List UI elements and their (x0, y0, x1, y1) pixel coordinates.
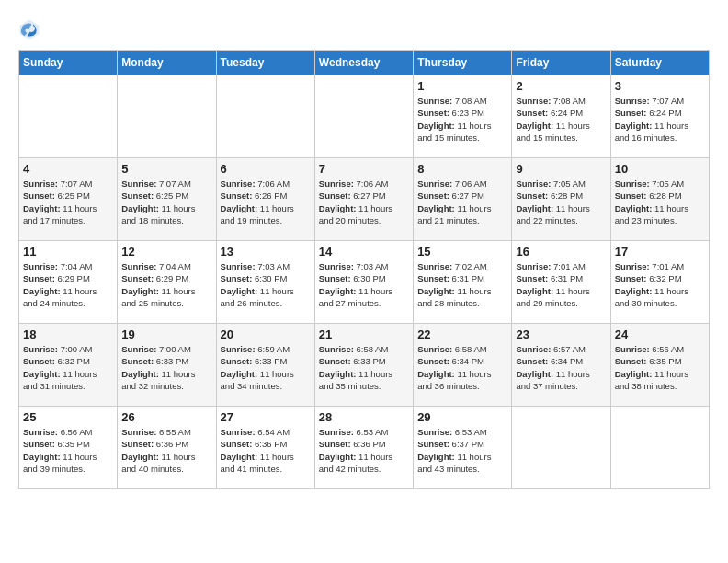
day-number: 6 (221, 162, 311, 176)
generalblue-logo-icon (18, 18, 40, 40)
calendar-cell: 25Sunrise: 6:56 AMSunset: 6:35 PMDayligh… (19, 407, 118, 489)
calendar-header: SundayMondayTuesdayWednesdayThursdayFrid… (19, 51, 710, 75)
day-number: 29 (417, 410, 507, 424)
day-number: 13 (221, 245, 311, 259)
calendar-cell: 21Sunrise: 6:58 AMSunset: 6:33 PMDayligh… (314, 324, 413, 407)
calendar-cell: 8Sunrise: 7:06 AMSunset: 6:27 PMDaylight… (414, 158, 512, 241)
day-number: 12 (121, 245, 211, 259)
calendar-cell: 24Sunrise: 6:56 AMSunset: 6:35 PMDayligh… (610, 324, 709, 407)
header-row: SundayMondayTuesdayWednesdayThursdayFrid… (19, 51, 710, 75)
day-info: Sunrise: 7:03 AMSunset: 6:30 PMDaylight:… (319, 260, 409, 309)
calendar-cell: 10Sunrise: 7:05 AMSunset: 6:28 PMDayligh… (610, 158, 709, 241)
day-info: Sunrise: 7:06 AMSunset: 6:27 PMDaylight:… (319, 178, 409, 226)
header-cell-thursday: Thursday (414, 51, 512, 75)
header-cell-saturday: Saturday (610, 51, 709, 75)
calendar-cell: 14Sunrise: 7:03 AMSunset: 6:30 PMDayligh… (314, 241, 413, 324)
calendar-cell: 6Sunrise: 7:06 AMSunset: 6:26 PMDaylight… (216, 158, 314, 241)
day-number: 14 (319, 245, 409, 259)
day-number: 27 (221, 410, 311, 424)
day-number: 22 (417, 327, 507, 341)
day-info: Sunrise: 7:05 AMSunset: 6:28 PMDaylight:… (516, 178, 606, 226)
calendar-week-row: 25Sunrise: 6:56 AMSunset: 6:35 PMDayligh… (19, 407, 710, 489)
calendar-cell: 27Sunrise: 6:54 AMSunset: 6:36 PMDayligh… (216, 407, 314, 489)
day-info: Sunrise: 6:56 AMSunset: 6:35 PMDaylight:… (615, 343, 705, 392)
header-cell-friday: Friday (512, 51, 610, 75)
day-info: Sunrise: 6:55 AMSunset: 6:36 PMDaylight:… (121, 426, 211, 475)
calendar-cell (610, 407, 709, 489)
day-info: Sunrise: 6:53 AMSunset: 6:37 PMDaylight:… (417, 426, 507, 475)
day-number: 28 (319, 410, 409, 424)
calendar-week-row: 18Sunrise: 7:00 AMSunset: 6:32 PMDayligh… (19, 324, 710, 407)
page-header (18, 18, 710, 40)
day-info: Sunrise: 7:05 AMSunset: 6:28 PMDaylight:… (615, 178, 705, 226)
calendar-week-row: 1Sunrise: 7:08 AMSunset: 6:23 PMDaylight… (19, 75, 710, 158)
calendar-cell: 4Sunrise: 7:07 AMSunset: 6:25 PMDaylight… (19, 158, 118, 241)
calendar-cell: 23Sunrise: 6:57 AMSunset: 6:34 PMDayligh… (512, 324, 610, 407)
day-info: Sunrise: 7:08 AMSunset: 6:23 PMDaylight:… (417, 95, 507, 144)
calendar-cell: 13Sunrise: 7:03 AMSunset: 6:30 PMDayligh… (216, 241, 314, 324)
calendar-cell: 16Sunrise: 7:01 AMSunset: 6:31 PMDayligh… (512, 241, 610, 324)
calendar-cell: 11Sunrise: 7:04 AMSunset: 6:29 PMDayligh… (19, 241, 118, 324)
logo (18, 18, 48, 40)
day-number: 1 (417, 79, 507, 93)
day-info: Sunrise: 6:56 AMSunset: 6:35 PMDaylight:… (23, 426, 113, 475)
day-info: Sunrise: 7:07 AMSunset: 6:25 PMDaylight:… (121, 178, 211, 226)
day-info: Sunrise: 7:01 AMSunset: 6:32 PMDaylight:… (615, 260, 705, 309)
calendar-cell (216, 75, 314, 158)
calendar-week-row: 4Sunrise: 7:07 AMSunset: 6:25 PMDaylight… (19, 158, 710, 241)
day-number: 16 (516, 245, 606, 259)
day-info: Sunrise: 6:53 AMSunset: 6:36 PMDaylight:… (319, 426, 409, 475)
day-number: 2 (516, 79, 606, 93)
day-info: Sunrise: 7:03 AMSunset: 6:30 PMDaylight:… (221, 260, 311, 309)
day-number: 23 (516, 327, 606, 341)
calendar-cell: 29Sunrise: 6:53 AMSunset: 6:37 PMDayligh… (414, 407, 512, 489)
calendar-cell: 2Sunrise: 7:08 AMSunset: 6:24 PMDaylight… (512, 75, 610, 158)
day-number: 21 (319, 327, 409, 341)
calendar-cell: 12Sunrise: 7:04 AMSunset: 6:29 PMDayligh… (118, 241, 216, 324)
calendar-cell: 22Sunrise: 6:58 AMSunset: 6:34 PMDayligh… (414, 324, 512, 407)
calendar-cell: 18Sunrise: 7:00 AMSunset: 6:32 PMDayligh… (19, 324, 118, 407)
calendar-cell: 3Sunrise: 7:07 AMSunset: 6:24 PMDaylight… (610, 75, 709, 158)
day-info: Sunrise: 7:04 AMSunset: 6:29 PMDaylight:… (121, 260, 211, 309)
header-cell-tuesday: Tuesday (216, 51, 314, 75)
calendar-cell (314, 75, 413, 158)
day-number: 7 (319, 162, 409, 176)
day-number: 5 (121, 162, 211, 176)
header-cell-wednesday: Wednesday (314, 51, 413, 75)
day-number: 20 (221, 327, 311, 341)
day-number: 9 (516, 162, 606, 176)
day-number: 4 (23, 162, 113, 176)
day-number: 11 (23, 245, 113, 259)
calendar-cell: 7Sunrise: 7:06 AMSunset: 6:27 PMDaylight… (314, 158, 413, 241)
day-info: Sunrise: 7:07 AMSunset: 6:25 PMDaylight:… (23, 178, 113, 226)
day-number: 17 (615, 245, 705, 259)
calendar-cell: 5Sunrise: 7:07 AMSunset: 6:25 PMDaylight… (118, 158, 216, 241)
day-number: 19 (121, 327, 211, 341)
day-info: Sunrise: 7:08 AMSunset: 6:24 PMDaylight:… (516, 95, 606, 144)
calendar-cell: 1Sunrise: 7:08 AMSunset: 6:23 PMDaylight… (414, 75, 512, 158)
calendar-cell (512, 407, 610, 489)
day-info: Sunrise: 6:57 AMSunset: 6:34 PMDaylight:… (516, 343, 606, 392)
day-number: 8 (417, 162, 507, 176)
calendar-table: SundayMondayTuesdayWednesdayThursdayFrid… (18, 50, 710, 489)
day-info: Sunrise: 7:07 AMSunset: 6:24 PMDaylight:… (615, 95, 705, 144)
day-info: Sunrise: 6:58 AMSunset: 6:34 PMDaylight:… (417, 343, 507, 392)
day-number: 18 (23, 327, 113, 341)
calendar-cell: 20Sunrise: 6:59 AMSunset: 6:33 PMDayligh… (216, 324, 314, 407)
calendar-body: 1Sunrise: 7:08 AMSunset: 6:23 PMDaylight… (19, 75, 710, 489)
day-info: Sunrise: 6:54 AMSunset: 6:36 PMDaylight:… (221, 426, 311, 475)
day-number: 26 (121, 410, 211, 424)
calendar-cell: 9Sunrise: 7:05 AMSunset: 6:28 PMDaylight… (512, 158, 610, 241)
calendar-week-row: 11Sunrise: 7:04 AMSunset: 6:29 PMDayligh… (19, 241, 710, 324)
calendar-cell: 17Sunrise: 7:01 AMSunset: 6:32 PMDayligh… (610, 241, 709, 324)
day-info: Sunrise: 7:00 AMSunset: 6:33 PMDaylight:… (121, 343, 211, 392)
day-number: 10 (615, 162, 705, 176)
day-info: Sunrise: 7:06 AMSunset: 6:26 PMDaylight:… (221, 178, 311, 226)
header-cell-sunday: Sunday (19, 51, 118, 75)
calendar-cell: 19Sunrise: 7:00 AMSunset: 6:33 PMDayligh… (118, 324, 216, 407)
day-info: Sunrise: 7:01 AMSunset: 6:31 PMDaylight:… (516, 260, 606, 309)
day-number: 15 (417, 245, 507, 259)
day-number: 24 (615, 327, 705, 341)
calendar-cell: 26Sunrise: 6:55 AMSunset: 6:36 PMDayligh… (118, 407, 216, 489)
calendar-cell: 15Sunrise: 7:02 AMSunset: 6:31 PMDayligh… (414, 241, 512, 324)
